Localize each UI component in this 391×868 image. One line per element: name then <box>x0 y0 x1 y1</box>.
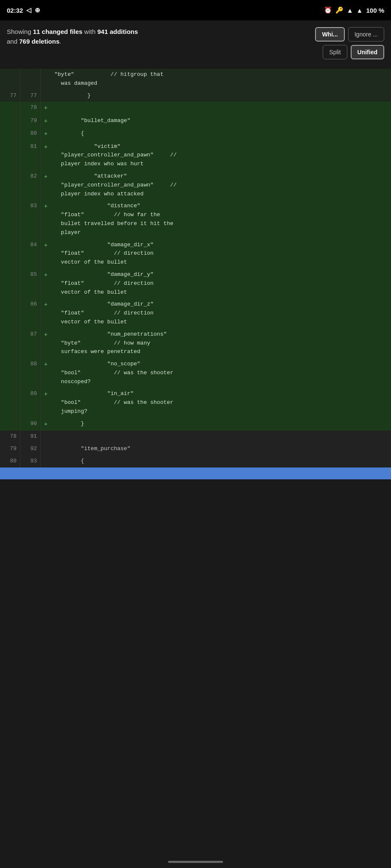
line-num-new: 84 <box>20 239 41 269</box>
line-num-new: 81 <box>20 141 41 170</box>
diff-row: 79 92 "item_purchase" <box>0 443 391 455</box>
diff-marker: + <box>41 239 51 269</box>
line-num-old <box>0 239 20 269</box>
diff-row: 80 93 { <box>0 455 391 467</box>
diff-row: 81 + "victim" "player_controller_and_paw… <box>0 141 391 170</box>
additions-count: 941 additions <box>97 28 138 35</box>
line-num-new: 86 <box>20 298 41 328</box>
diff-content <box>51 102 391 114</box>
diff-row: 87 + "num_penetrations" "byte" // how ma… <box>0 328 391 358</box>
diff-row: 79 + "bullet_damage" <box>0 115 391 128</box>
diff-content <box>51 431 391 443</box>
line-num-new: 78 <box>20 102 41 114</box>
line-num-old <box>0 115 20 128</box>
and-label: and <box>7 38 19 45</box>
diff-marker: + <box>41 269 51 298</box>
line-num-new: 85 <box>20 269 41 298</box>
line-num-new: 79 <box>20 115 41 128</box>
line-num-old: 80 <box>0 455 20 467</box>
diff-marker: + <box>41 102 51 114</box>
key-icon: 🔑 <box>335 6 344 14</box>
diff-content: "byte" // hitgroup that was damaged <box>51 69 391 90</box>
line-num-old <box>0 358 20 388</box>
line-num-old: 79 <box>0 443 20 455</box>
diff-marker: + <box>41 128 51 140</box>
line-num-new: 93 <box>20 455 41 467</box>
header-info: Showing 11 changed files with 941 additi… <box>7 27 315 46</box>
whitespace-button[interactable]: Whi... <box>315 27 344 42</box>
line-num-new: 83 <box>20 200 41 239</box>
status-left: 02:32 ◁ ⊕ <box>7 6 40 14</box>
diff-marker <box>41 431 51 443</box>
line-num-new: 90 <box>20 418 41 431</box>
diff-content: { <box>51 128 391 140</box>
diff-marker: + <box>41 388 51 417</box>
diff-marker <box>41 69 51 90</box>
line-num-new: 87 <box>20 328 41 358</box>
anarchy-icon: ⊕ <box>35 6 40 14</box>
line-num-old: 77 <box>0 90 20 102</box>
changed-files-count: 11 changed files <box>33 28 83 35</box>
scroll-bar-indicator[interactable] <box>0 467 391 479</box>
period: . <box>59 38 61 45</box>
diff-content: } <box>51 418 391 431</box>
diff-content: { <box>51 455 391 467</box>
status-right: ⏰ 🔑 ▲ ▲ 100 % <box>324 6 384 14</box>
diff-row: 80 + { <box>0 128 391 140</box>
diff-marker <box>41 90 51 102</box>
alarm-icon: ⏰ <box>324 6 332 14</box>
diff-row: 77 77 } <box>0 90 391 102</box>
diff-content: "damage_dir_y" "float" // direction vect… <box>51 269 391 298</box>
diff-row: 83 + "distance" "float" // how far the b… <box>0 200 391 239</box>
line-num-new <box>20 69 41 90</box>
diff-content: "no_scope" "bool" // was the shooter nos… <box>51 358 391 388</box>
diff-content: "distance" "float" // how far the bullet… <box>51 200 391 239</box>
line-num-new: 89 <box>20 388 41 417</box>
header-buttons-right: Whi... Ignore ... Split Unified <box>315 27 384 59</box>
diff-row: 90 + } <box>0 418 391 431</box>
line-num-old <box>0 328 20 358</box>
diff-row: "byte" // hitgroup that was damaged <box>0 69 391 90</box>
diff-marker <box>41 455 51 467</box>
line-num-old <box>0 69 20 90</box>
diff-row: 84 + "damage_dir_x" "float" // direction… <box>0 239 391 269</box>
diff-content: "item_purchase" <box>51 443 391 455</box>
diff-row: 82 + "attacker" "player_controller_and_p… <box>0 170 391 200</box>
time-display: 02:32 <box>7 7 23 14</box>
showing-label: Showing <box>7 28 33 35</box>
line-num-old <box>0 170 20 200</box>
deletions-count: 769 deletions <box>19 38 59 45</box>
split-button[interactable]: Split <box>323 45 347 59</box>
line-num-new: 88 <box>20 358 41 388</box>
diff-content: "damage_dir_z" "float" // direction vect… <box>51 298 391 328</box>
diff-content: "damage_dir_x" "float" // direction vect… <box>51 239 391 269</box>
diff-marker: + <box>41 141 51 170</box>
diff-marker: + <box>41 200 51 239</box>
line-num-old <box>0 200 20 239</box>
diff-content: "in_air" "bool" // was the shooter jumpi… <box>51 388 391 417</box>
split-unified-row: Split Unified <box>323 45 384 59</box>
line-num-old <box>0 102 20 114</box>
header-area: Showing 11 changed files with 941 additi… <box>0 20 391 69</box>
line-num-old <box>0 298 20 328</box>
diff-marker: + <box>41 358 51 388</box>
diff-content: "bullet_damage" <box>51 115 391 128</box>
header-top: Showing 11 changed files with 941 additi… <box>7 27 384 59</box>
signal-icon: ▲ <box>357 7 363 14</box>
wifi-icon: ▲ <box>347 7 353 14</box>
line-num-new: 77 <box>20 90 41 102</box>
line-num-new: 92 <box>20 443 41 455</box>
line-num-new: 91 <box>20 431 41 443</box>
diff-content: "attacker" "player_controller_and_pawn" … <box>51 170 391 200</box>
diff-marker: + <box>41 115 51 128</box>
line-num-new: 80 <box>20 128 41 140</box>
diff-row: 85 + "damage_dir_y" "float" // direction… <box>0 269 391 298</box>
ignore-button[interactable]: Ignore ... <box>348 27 384 42</box>
unified-button[interactable]: Unified <box>351 45 384 59</box>
whitespace-ignore-row: Whi... Ignore ... <box>315 27 384 42</box>
battery-display: 100 % <box>366 7 384 14</box>
diff-row: 86 + "damage_dir_z" "float" // direction… <box>0 298 391 328</box>
line-num-new: 82 <box>20 170 41 200</box>
diff-row: 78 91 <box>0 431 391 443</box>
diff-row: 88 + "no_scope" "bool" // was the shoote… <box>0 358 391 388</box>
